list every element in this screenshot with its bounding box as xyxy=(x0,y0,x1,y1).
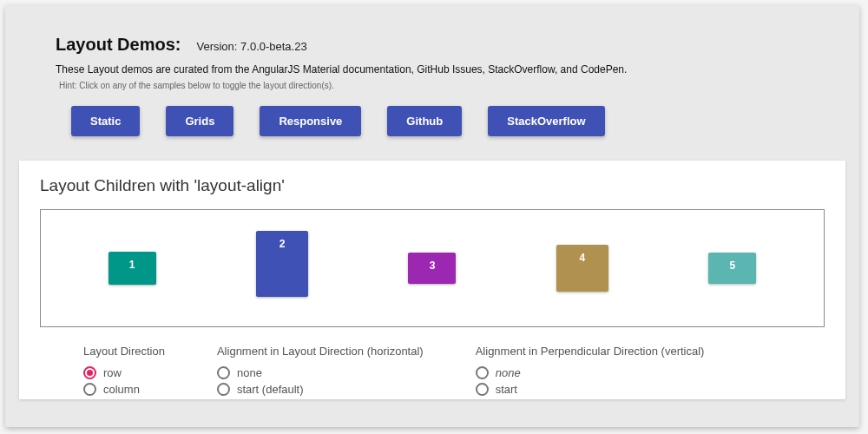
radio-label: start xyxy=(496,383,517,396)
static-button[interactable]: Static xyxy=(71,106,140,136)
demo-block-4[interactable]: 4 xyxy=(556,245,608,292)
radio-icon xyxy=(83,383,96,396)
radio-label: column xyxy=(103,383,140,396)
demo-block-3[interactable]: 3 xyxy=(408,253,456,284)
cross-axis-group-label: Alignment in Perpendicular Direction (ve… xyxy=(476,345,705,358)
grids-button[interactable]: Grids xyxy=(166,106,233,136)
radio-main-start[interactable]: start (default) xyxy=(217,383,424,396)
demo-frame[interactable]: 1 2 3 4 5 xyxy=(40,209,825,327)
radio-icon xyxy=(476,366,489,379)
github-button[interactable]: Github xyxy=(387,106,462,136)
responsive-button[interactable]: Responsive xyxy=(260,106,361,136)
demo-block-5[interactable]: 5 xyxy=(708,253,756,284)
radio-direction-row[interactable]: row xyxy=(83,366,165,379)
hint-text: Hint: Click on any of the samples below … xyxy=(59,81,816,90)
direction-group-label: Layout Direction xyxy=(83,345,165,358)
radio-cross-none[interactable]: none xyxy=(476,366,705,379)
demo-title: Layout Children with 'layout-align' xyxy=(40,176,825,195)
radio-label: none xyxy=(237,366,262,379)
radio-label: none xyxy=(496,366,521,379)
stackoverflow-button[interactable]: StackOverflow xyxy=(488,106,604,136)
demo-block-1[interactable]: 1 xyxy=(108,252,156,285)
main-axis-group-label: Alignment in Layout Direction (horizonta… xyxy=(217,345,424,358)
version-label: Version: 7.0.0-beta.23 xyxy=(196,40,306,53)
radio-cross-start[interactable]: start xyxy=(476,383,705,396)
radio-icon xyxy=(217,383,230,396)
radio-label: start (default) xyxy=(237,383,304,396)
radio-label: row xyxy=(103,366,122,379)
radio-direction-column[interactable]: column xyxy=(83,383,165,396)
radio-icon xyxy=(83,366,96,379)
radio-main-none[interactable]: none xyxy=(217,366,424,379)
page-title: Layout Demos: xyxy=(56,35,181,55)
radio-icon xyxy=(217,366,230,379)
demo-block-2[interactable]: 2 xyxy=(256,231,308,297)
radio-icon xyxy=(476,383,489,396)
page-subtitle: These Layout demos are curated from the … xyxy=(56,63,816,76)
